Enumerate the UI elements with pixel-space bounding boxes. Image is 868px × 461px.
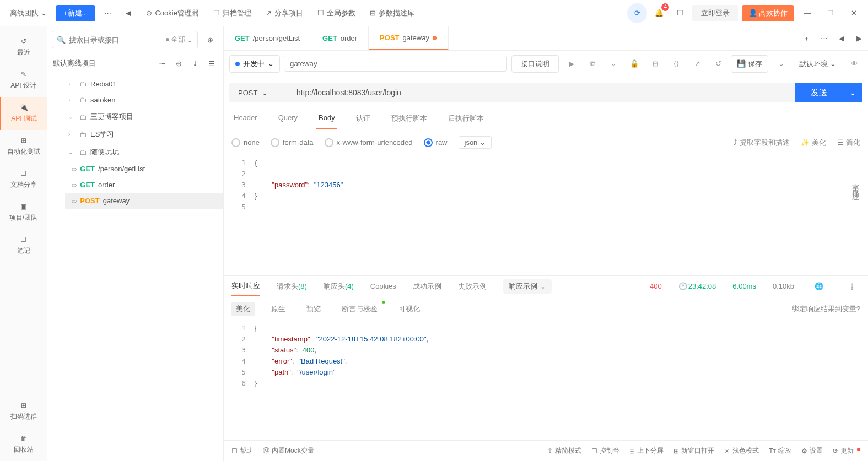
extract-fields[interactable]: ⤴提取字段和描述 bbox=[734, 138, 790, 148]
eye-icon[interactable]: 👁 bbox=[846, 56, 862, 72]
code-icon[interactable]: ⟨⟩ bbox=[668, 56, 684, 72]
req-tab-body[interactable]: Body bbox=[316, 108, 337, 129]
collab-button[interactable]: 👤高效协作 bbox=[742, 5, 794, 21]
resp-sub-preview[interactable]: 预览 bbox=[302, 302, 325, 316]
cookie-manager[interactable]: ⊙Cookie管理器 bbox=[141, 5, 204, 21]
tree-folder[interactable]: ⌄🗀三更博客项目 bbox=[47, 108, 223, 126]
send-dropdown[interactable]: ⌄ bbox=[843, 83, 862, 102]
tab[interactable]: GET/person/getList bbox=[224, 26, 311, 50]
resp-example-button[interactable]: 响应示例 ⌄ bbox=[503, 279, 552, 294]
req-tab-auth[interactable]: 认证 bbox=[354, 108, 373, 129]
resp-tab-realtime[interactable]: 实时响应 bbox=[231, 276, 260, 296]
window-maximize[interactable]: ☐ bbox=[821, 3, 840, 23]
folder-add-icon[interactable]: ⊕ bbox=[172, 57, 185, 69]
chevron-down-icon[interactable]: ⌄ bbox=[773, 56, 789, 72]
req-tab-pre[interactable]: 预执行脚本 bbox=[389, 108, 429, 129]
send-button[interactable]: 发送 bbox=[795, 83, 843, 102]
tab[interactable]: POSTgateway bbox=[369, 26, 449, 50]
search-input[interactable] bbox=[69, 36, 163, 44]
copy-icon[interactable]: ⧉ bbox=[584, 56, 601, 72]
download-icon[interactable]: ⭳ bbox=[189, 57, 201, 69]
new-button[interactable]: +新建... bbox=[56, 5, 95, 21]
resp-tab-cookies[interactable]: Cookies bbox=[370, 278, 396, 295]
tab[interactable]: GETorder bbox=[311, 26, 369, 50]
field-desc-toggle[interactable]: 字段描述 bbox=[850, 177, 860, 191]
team-dropdown[interactable]: 离线团队 ⌄ bbox=[4, 5, 52, 21]
sidebar-recent[interactable]: ↺最近 bbox=[0, 31, 47, 64]
settings-button[interactable]: ⚙设置 bbox=[801, 446, 823, 455]
lock-icon[interactable]: 🔓 bbox=[626, 56, 643, 72]
compact-mode-button[interactable]: ⇕精简模式 bbox=[547, 446, 581, 455]
body-type-urlencoded[interactable]: x-www-form-urlencoded bbox=[325, 138, 413, 147]
status-chip[interactable]: 开发中 ⌄ bbox=[229, 55, 280, 73]
url-input[interactable] bbox=[290, 83, 795, 102]
simplify-button[interactable]: ☰简化 bbox=[837, 138, 860, 148]
request-body-editor[interactable]: 12345 { "password": "123456" } 字段描述 bbox=[224, 155, 868, 275]
chevron-down-icon[interactable]: ⌄ bbox=[605, 56, 622, 72]
notification-button[interactable]: 🔔4 bbox=[650, 4, 668, 22]
archive-mgmt[interactable]: ☐归档管理 bbox=[208, 5, 257, 21]
env-dropdown[interactable]: 默认环境 ⌄ bbox=[794, 56, 842, 72]
tree-folder[interactable]: ›🗀satoken bbox=[47, 92, 223, 108]
bind-response-link[interactable]: 绑定响应结果到变量? bbox=[792, 304, 860, 314]
filter-all[interactable]: 全部 ⌄ bbox=[166, 35, 193, 45]
help-button[interactable]: ☐帮助 bbox=[231, 446, 253, 455]
back-icon[interactable]: ◀ bbox=[120, 4, 137, 22]
tree-folder[interactable]: ›🗀Redis01 bbox=[47, 76, 223, 92]
export-icon[interactable]: ↗ bbox=[689, 56, 705, 72]
req-tab-query[interactable]: Query bbox=[276, 108, 300, 129]
resp-tab-success[interactable]: 成功示例 bbox=[413, 277, 441, 296]
resp-sub-viz[interactable]: 可视化 bbox=[394, 302, 424, 316]
window-close[interactable]: ✕ bbox=[844, 3, 864, 23]
sync-button[interactable]: ⟳ bbox=[627, 3, 647, 23]
zoom-button[interactable]: Tт缩放 bbox=[769, 446, 791, 455]
code-area[interactable]: { "password": "123456" } bbox=[251, 155, 868, 275]
tree-folder[interactable]: ⌄🗀随便玩玩 bbox=[47, 143, 223, 161]
list-icon[interactable]: ☰ bbox=[206, 57, 218, 69]
method-select[interactable]: POST⌄ bbox=[229, 83, 290, 102]
sidebar-project[interactable]: ▣项目/团队 bbox=[0, 196, 47, 229]
sidebar-scan[interactable]: ⊞扫码进群 bbox=[0, 395, 47, 428]
window-minimize[interactable]: — bbox=[797, 3, 817, 23]
console-button[interactable]: ☐控制台 bbox=[591, 446, 619, 455]
tree-folder[interactable]: ›🗀ES学习 bbox=[47, 126, 223, 143]
req-tab-post[interactable]: 后执行脚本 bbox=[446, 108, 486, 129]
resp-tab-fail[interactable]: 失败示例 bbox=[458, 277, 487, 296]
more-icon[interactable]: ⋯ bbox=[99, 4, 116, 22]
api-desc-button[interactable]: 接口说明 bbox=[511, 55, 559, 73]
resp-sub-beautify[interactable]: 美化 bbox=[231, 302, 255, 316]
prev-tab-button[interactable]: ◀ bbox=[833, 30, 850, 47]
run-icon[interactable]: ⤳ bbox=[156, 57, 168, 69]
theme-button[interactable]: ☀浅色模式 bbox=[724, 446, 759, 455]
tree-api-item[interactable]: ∞GETorder bbox=[65, 177, 223, 193]
sidebar-notes[interactable]: ☐笔记 bbox=[0, 229, 47, 262]
sidebar-docshare[interactable]: ☐文档分享 bbox=[0, 163, 47, 196]
download-response-icon[interactable]: ⭳ bbox=[844, 278, 860, 295]
delete-icon[interactable]: ⊟ bbox=[647, 56, 664, 72]
mock-vars-button[interactable]: Ⓜ内置Mock变量 bbox=[263, 446, 314, 455]
update-button[interactable]: ⟳更新 bbox=[833, 446, 860, 455]
globe-icon[interactable]: 🌐 bbox=[811, 278, 827, 295]
sidebar-design[interactable]: ✎API 设计 bbox=[0, 64, 47, 97]
play-icon[interactable]: ▶ bbox=[563, 56, 580, 72]
save-button[interactable]: 💾保存 bbox=[731, 55, 768, 73]
next-tab-button[interactable]: ▶ bbox=[850, 30, 868, 47]
split-button[interactable]: ⊟上下分屏 bbox=[629, 446, 664, 455]
param-desc-lib[interactable]: ⊞参数描述库 bbox=[364, 5, 420, 21]
login-button[interactable]: 立即登录 bbox=[692, 5, 738, 21]
global-params[interactable]: ☐全局参数 bbox=[312, 5, 361, 21]
resp-tab-respheaders[interactable]: 响应头(4) bbox=[324, 277, 354, 296]
resp-tab-reqheaders[interactable]: 请求头(8) bbox=[277, 277, 307, 296]
locate-icon[interactable]: ⊕ bbox=[201, 31, 219, 48]
sidebar-autotest[interactable]: ⊞自动化测试 bbox=[0, 130, 47, 163]
api-name-input[interactable] bbox=[284, 56, 507, 72]
body-type-raw[interactable]: raw bbox=[424, 138, 448, 147]
body-type-none[interactable]: none bbox=[231, 138, 260, 147]
resp-sub-raw[interactable]: 原生 bbox=[267, 302, 290, 316]
sidebar-recycle[interactable]: 🗑回收站 bbox=[0, 428, 47, 461]
response-body-editor[interactable]: 123456 { "timestamp": "2022-12-18T15:42:… bbox=[224, 321, 868, 441]
content-type-dropdown[interactable]: json ⌄ bbox=[459, 136, 492, 149]
newwindow-button[interactable]: ⊞新窗口打开 bbox=[673, 446, 714, 455]
sidebar-debug[interactable]: 🔌API 调试 bbox=[0, 97, 47, 130]
resp-sub-assert[interactable]: 断言与校验 bbox=[337, 302, 382, 316]
